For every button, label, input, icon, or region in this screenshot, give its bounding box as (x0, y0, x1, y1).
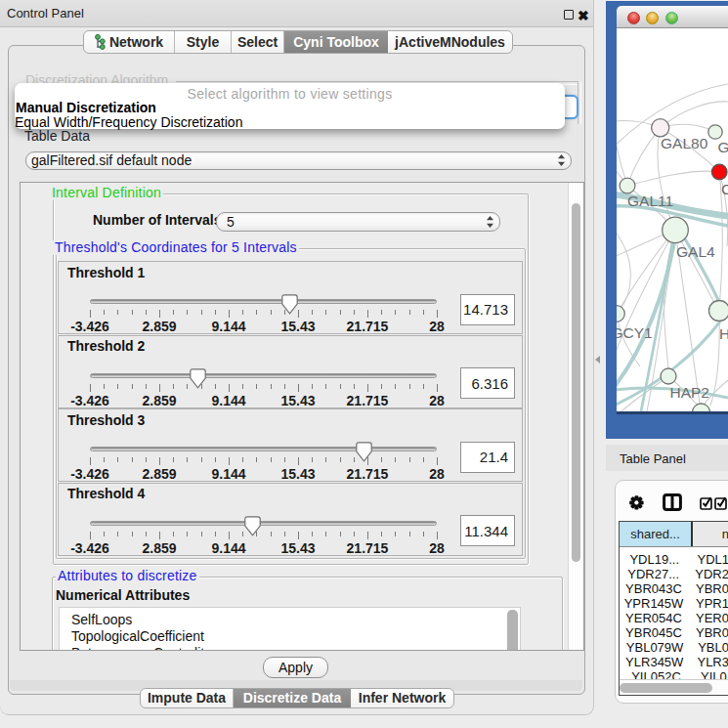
svg-text:C: C (721, 181, 728, 197)
svg-text:HI: HI (719, 325, 728, 342)
svg-text:GAL80: GAL80 (661, 135, 708, 151)
svg-text:GA: GA (718, 139, 728, 155)
svg-text:GAL11: GAL11 (627, 193, 673, 209)
svg-text:GAL4: GAL4 (676, 243, 715, 260)
svg-text:HAP2: HAP2 (670, 384, 710, 401)
svg-text:GCY1: GCY1 (617, 324, 653, 341)
